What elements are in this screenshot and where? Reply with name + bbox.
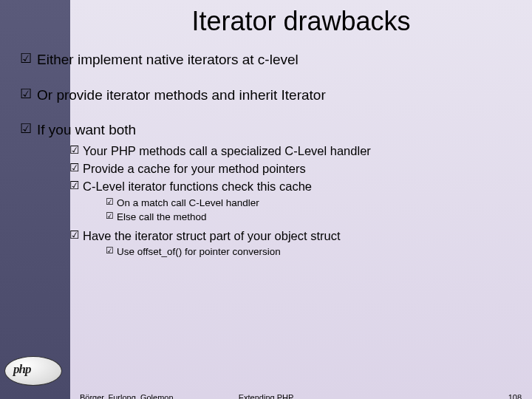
slide-content: ☑ Either implement native iterators at c…	[15, 50, 525, 260]
bullet-2: ☑ Or provide iterator methods and inheri…	[15, 86, 525, 105]
sub-bullet: ☑ C-Level iterator functions check this …	[65, 178, 525, 194]
bullet-text: Use offset_of() for pointer conversion	[117, 245, 281, 259]
footer-title: Extending PHP	[0, 393, 532, 399]
check-icon: ☑	[15, 50, 37, 67]
page-number: 108	[508, 393, 522, 399]
bullet-text: C-Level iterator functions check this ca…	[83, 178, 312, 194]
bullet-text: Provide a cache for your method pointers	[83, 160, 306, 177]
sub-sub-bullet: ☑ Else call the method	[102, 211, 525, 224]
bullet-3: ☑ If you want both	[15, 120, 525, 140]
bullet-text: Either implement native iterators at c-l…	[37, 50, 299, 69]
check-icon: ☑	[15, 120, 37, 137]
sub-bullet: ☑ Provide a cache for your method pointe…	[65, 160, 525, 177]
bullet-text: Or provide iterator methods and inherit …	[37, 86, 326, 105]
sub-bullet: ☑ Have the iterator struct part of your …	[65, 228, 525, 244]
check-icon: ☑	[102, 197, 117, 208]
check-icon: ☑	[102, 211, 117, 222]
check-icon: ☑	[15, 86, 37, 103]
check-icon: ☑	[65, 143, 83, 157]
slide-title: Iterator drawbacks	[70, 6, 532, 37]
bullet-text: Have the iterator struct part of your ob…	[83, 228, 340, 244]
check-icon: ☑	[65, 178, 83, 193]
check-icon: ☑	[65, 228, 83, 242]
check-icon: ☑	[102, 245, 117, 257]
check-icon: ☑	[65, 160, 83, 175]
bullet-text: If you want both	[37, 120, 136, 140]
sub-bullet: ☑ Your PHP methods call a specialized C-…	[65, 143, 525, 159]
php-logo: php	[4, 356, 65, 389]
bullet-text: On a match call C-Level handler	[117, 197, 259, 210]
bullet-1: ☑ Either implement native iterators at c…	[15, 50, 525, 69]
bullet-text: Your PHP methods call a specialized C-Le…	[83, 143, 371, 159]
sub-sub-bullet: ☑ On a match call C-Level handler	[102, 197, 525, 210]
sub-sub-bullet: ☑ Use offset_of() for pointer conversion	[102, 245, 525, 259]
bullet-text: Else call the method	[117, 211, 207, 224]
